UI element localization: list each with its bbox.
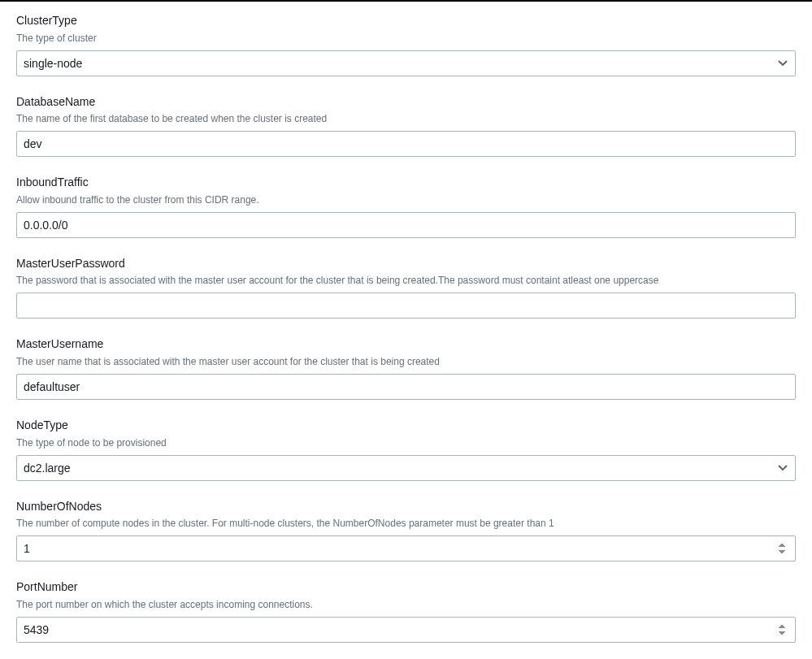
master-username-input[interactable] (16, 374, 796, 400)
master-user-password-input[interactable] (16, 293, 796, 319)
database-name-label: DatabaseName (16, 94, 796, 111)
cluster-type-label: ClusterType (16, 13, 796, 29)
master-username-label: MasterUsername (16, 336, 796, 353)
field-database-name: DatabaseName The name of the first datab… (16, 94, 796, 158)
number-of-nodes-input[interactable] (16, 535, 796, 561)
field-master-username: MasterUsername The user name that is ass… (16, 336, 796, 400)
number-of-nodes-desc: The number of compute nodes in the clust… (16, 516, 796, 531)
number-of-nodes-label: NumberOfNodes (16, 499, 796, 515)
inbound-traffic-label: InboundTraffic (16, 175, 796, 191)
cluster-type-select[interactable]: single-node (16, 50, 796, 76)
field-port-number: PortNumber The port number on which the … (16, 579, 796, 643)
field-node-type: NodeType The type of node to be provisio… (16, 418, 796, 481)
port-number-input[interactable] (16, 617, 796, 643)
cluster-type-desc: The type of cluster (16, 31, 796, 46)
master-user-password-desc: The password that is associated with the… (16, 273, 796, 288)
node-type-value: dc2.large (24, 462, 71, 475)
field-master-user-password: MasterUserPassword The password that is … (16, 256, 796, 319)
port-number-desc: The port number on which the cluster acc… (16, 597, 796, 612)
parameters-form: ClusterType The type of cluster single-n… (0, 2, 812, 659)
node-type-desc: The type of node to be provisioned (16, 436, 796, 450)
inbound-traffic-desc: Allow inbound traffic to the cluster fro… (16, 193, 796, 207)
master-user-password-label: MasterUserPassword (16, 256, 796, 272)
master-username-desc: The user name that is associated with th… (16, 354, 796, 369)
inbound-traffic-input[interactable] (16, 212, 796, 238)
port-number-label: PortNumber (16, 579, 796, 596)
database-name-desc: The name of the first database to be cre… (16, 111, 796, 126)
node-type-label: NodeType (16, 418, 796, 434)
field-inbound-traffic: InboundTraffic Allow inbound traffic to … (16, 175, 796, 238)
cluster-type-value: single-node (24, 57, 82, 70)
field-cluster-type: ClusterType The type of cluster single-n… (16, 13, 796, 76)
field-number-of-nodes: NumberOfNodes The number of compute node… (16, 499, 796, 562)
database-name-input[interactable] (16, 131, 796, 157)
node-type-select[interactable]: dc2.large (16, 455, 796, 481)
